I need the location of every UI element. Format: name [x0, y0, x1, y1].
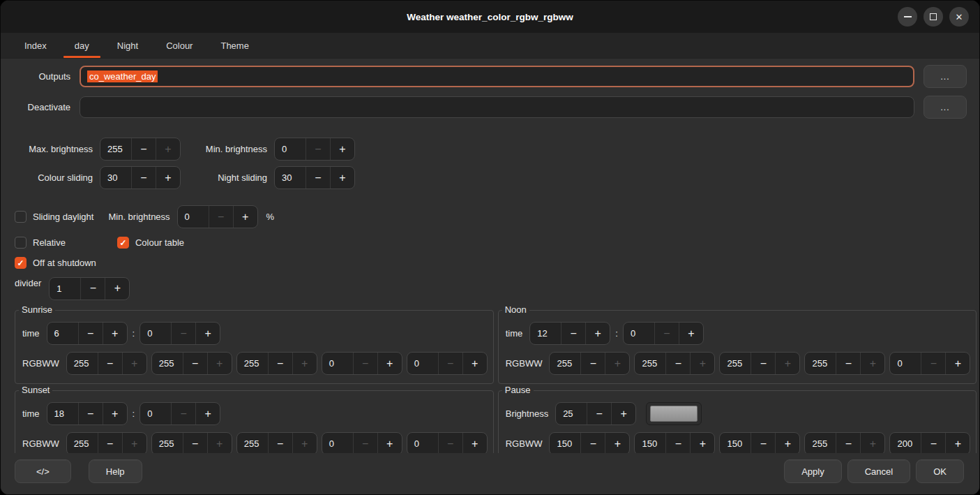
spinner-value[interactable]: 255	[237, 358, 268, 369]
sunrise-white1-spinner[interactable]: 0	[322, 352, 402, 375]
relative-checkbox[interactable]	[15, 237, 27, 249]
increment-button[interactable]	[377, 353, 402, 374]
decrement-button[interactable]	[836, 433, 860, 453]
increment-button[interactable]	[945, 433, 970, 453]
decrement-button[interactable]	[580, 353, 605, 374]
decrement-button[interactable]	[98, 433, 122, 453]
increment-button[interactable]	[377, 433, 402, 453]
increment-button[interactable]	[156, 138, 180, 160]
minimize-button[interactable]	[898, 7, 917, 27]
spinner-value[interactable]: 1	[50, 283, 80, 294]
noon-white2-spinner[interactable]: 0	[889, 352, 970, 375]
sunrise-minute-spinner[interactable]: 0	[140, 322, 220, 345]
decrement-button[interactable]	[268, 433, 292, 453]
ok-button[interactable]: OK	[916, 459, 964, 483]
spinner-value[interactable]: 30	[275, 172, 306, 183]
decrement-button[interactable]	[580, 433, 605, 453]
spinner-value[interactable]: 0	[407, 358, 438, 369]
spinner-value[interactable]: 255	[152, 438, 183, 449]
decrement-button[interactable]	[306, 138, 330, 160]
spinner-value[interactable]: 150	[720, 438, 751, 449]
increment-button[interactable]	[462, 433, 487, 453]
decrement-button[interactable]	[80, 278, 105, 300]
decrement-button[interactable]	[78, 403, 103, 424]
close-button[interactable]: ✕	[949, 7, 969, 27]
noon-blue-spinner[interactable]: 255	[719, 352, 800, 375]
sunrise-white2-spinner[interactable]: 0	[407, 352, 488, 375]
noon-white1-spinner[interactable]: 255	[804, 352, 885, 375]
help-button[interactable]: Help	[89, 459, 142, 483]
increment-button[interactable]	[462, 353, 487, 374]
spinner-value[interactable]: 0	[407, 438, 438, 449]
tab-night[interactable]: Night	[103, 33, 152, 58]
sunset-white2-spinner[interactable]: 0	[407, 432, 488, 453]
increment-button[interactable]	[122, 353, 146, 374]
increment-button[interactable]	[207, 433, 232, 453]
outputs-browse-button[interactable]: ...	[924, 65, 967, 88]
decrement-button[interactable]	[209, 206, 233, 228]
tab-theme[interactable]: Theme	[206, 33, 262, 58]
increment-button[interactable]	[207, 353, 232, 374]
spinner-value[interactable]: 0	[890, 358, 921, 369]
noon-hour-spinner[interactable]: 12	[529, 322, 610, 345]
spinner-value[interactable]: 255	[152, 358, 183, 369]
decrement-button[interactable]	[561, 323, 585, 344]
increment-button[interactable]	[605, 433, 629, 453]
spinner-value[interactable]: 255	[635, 358, 665, 369]
decrement-button[interactable]	[353, 433, 377, 453]
sliding-daylight-checkbox[interactable]	[15, 211, 27, 223]
increment-button[interactable]	[292, 353, 317, 374]
decrement-button[interactable]	[665, 433, 690, 453]
spinner-value[interactable]: 30	[100, 172, 131, 183]
min-brightness-spinner[interactable]: 0	[274, 138, 355, 161]
deactivate-input[interactable]	[80, 96, 914, 118]
increment-button[interactable]	[233, 206, 257, 228]
decrement-button[interactable]	[183, 353, 207, 374]
increment-button[interactable]	[690, 433, 714, 453]
min-brightness-pct-spinner[interactable]: 0	[177, 205, 258, 228]
increment-button[interactable]	[775, 433, 799, 453]
sunset-hour-spinner[interactable]: 18	[47, 402, 128, 425]
increment-button[interactable]	[122, 433, 146, 453]
noon-red-spinner[interactable]: 255	[549, 352, 630, 375]
increment-button[interactable]	[611, 403, 635, 424]
decrement-button[interactable]	[353, 353, 377, 374]
decrement-button[interactable]	[438, 433, 462, 453]
outputs-input[interactable]: co_weather_day	[80, 66, 914, 87]
decrement-button[interactable]	[306, 167, 330, 189]
decrement-button[interactable]	[751, 353, 775, 374]
increment-button[interactable]	[103, 323, 127, 344]
increment-button[interactable]	[690, 353, 714, 374]
increment-button[interactable]	[195, 403, 220, 424]
maximize-button[interactable]	[924, 7, 943, 27]
increment-button[interactable]	[330, 138, 354, 160]
pause-red-spinner[interactable]: 150	[549, 432, 630, 453]
sunrise-green-spinner[interactable]: 255	[151, 352, 232, 375]
spinner-value[interactable]: 255	[550, 358, 580, 369]
decrement-button[interactable]	[78, 323, 103, 344]
apply-button[interactable]: Apply	[784, 459, 842, 483]
spinner-value[interactable]: 150	[550, 438, 580, 449]
pause-white2-spinner[interactable]: 200	[889, 432, 970, 453]
increment-button[interactable]	[195, 323, 220, 344]
spinner-value[interactable]: 255	[67, 438, 98, 449]
decrement-button[interactable]	[921, 433, 945, 453]
sunrise-red-spinner[interactable]: 255	[66, 352, 147, 375]
sunset-minute-spinner[interactable]: 0	[140, 402, 220, 425]
increment-button[interactable]	[330, 167, 354, 189]
increment-button[interactable]	[605, 353, 629, 374]
colour-sliding-spinner[interactable]: 30	[100, 166, 181, 189]
code-button[interactable]: </>	[15, 459, 71, 483]
increment-button[interactable]	[103, 403, 127, 424]
decrement-button[interactable]	[751, 433, 775, 453]
spinner-value[interactable]: 0	[322, 358, 353, 369]
spinner-value[interactable]: 12	[530, 328, 561, 339]
decrement-button[interactable]	[171, 323, 195, 344]
noon-minute-spinner[interactable]: 0	[623, 322, 704, 345]
off-at-shutdown-checkbox[interactable]	[15, 257, 27, 269]
pause-colour-button[interactable]	[646, 402, 702, 425]
night-sliding-spinner[interactable]: 30	[274, 166, 355, 189]
decrement-button[interactable]	[98, 353, 122, 374]
noon-green-spinner[interactable]: 255	[634, 352, 715, 375]
spinner-value[interactable]: 6	[47, 328, 78, 339]
